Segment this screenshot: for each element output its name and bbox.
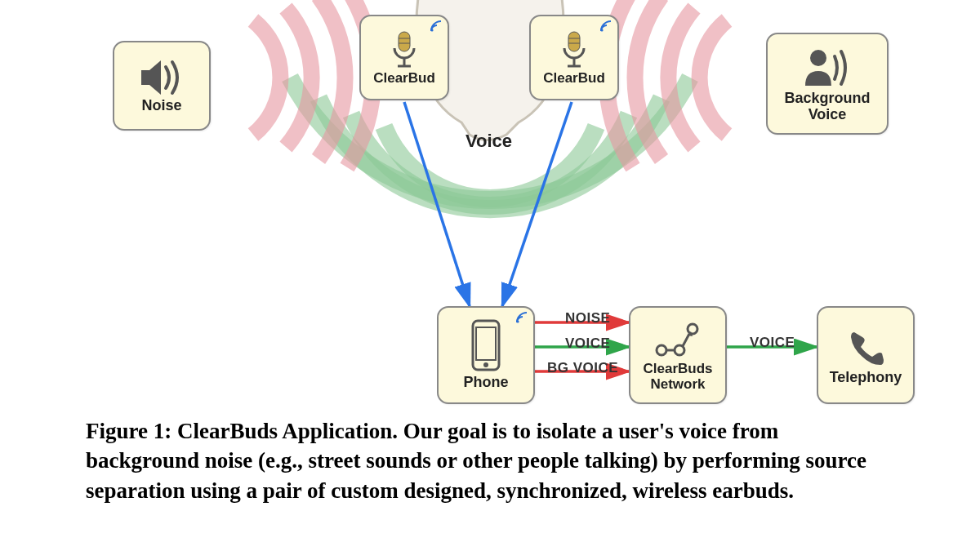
background-voice-box: Background Voice bbox=[766, 33, 889, 135]
wireless-icon bbox=[430, 20, 443, 35]
edge-noise-label: NOISE bbox=[565, 310, 610, 327]
edge-bgvoice-label: BG VOICE bbox=[547, 360, 618, 376]
arrow-clearbud-right-to-phone bbox=[502, 102, 572, 306]
svg-rect-15 bbox=[476, 327, 496, 360]
background-voice-label: Background Voice bbox=[784, 91, 870, 123]
microphone-icon bbox=[388, 29, 421, 71]
person-speaking-icon bbox=[799, 45, 856, 91]
figure-diagram: Noise ClearBud bbox=[0, 0, 980, 412]
figure-caption: Figure 1: ClearBuds Application. Our goa… bbox=[86, 416, 894, 505]
clearbud-left-box: ClearBud bbox=[359, 15, 449, 100]
svg-rect-1 bbox=[399, 32, 410, 51]
network-graph-icon bbox=[652, 318, 704, 362]
noise-box: Noise bbox=[113, 41, 211, 131]
svg-point-19 bbox=[688, 324, 697, 334]
phone-label: Phone bbox=[463, 375, 508, 391]
clearbuds-network-label: ClearBuds Network bbox=[643, 362, 712, 392]
svg-point-18 bbox=[675, 345, 684, 355]
clearbud-left-label: ClearBud bbox=[373, 71, 435, 87]
svg-point-6 bbox=[600, 29, 603, 31]
svg-point-0 bbox=[430, 29, 433, 31]
noise-arcs-right bbox=[607, 0, 727, 167]
wireless-icon bbox=[515, 311, 528, 327]
phone-box: Phone bbox=[437, 306, 535, 404]
smartphone-icon bbox=[468, 319, 504, 375]
arrow-clearbud-left-to-phone bbox=[404, 102, 470, 306]
edge-voice-label: VOICE bbox=[565, 335, 610, 352]
voice-center-label: Voice bbox=[466, 131, 512, 152]
svg-line-21 bbox=[683, 334, 689, 346]
noise-arcs-left bbox=[253, 0, 373, 167]
clearbuds-network-box: ClearBuds Network bbox=[629, 306, 727, 404]
edge-voice-out-label: VOICE bbox=[750, 335, 795, 351]
clearbud-right-label: ClearBud bbox=[543, 71, 605, 87]
svg-point-17 bbox=[657, 345, 666, 355]
phone-handset-icon bbox=[843, 324, 889, 370]
svg-rect-7 bbox=[568, 32, 580, 51]
speaker-icon bbox=[136, 57, 187, 98]
noise-label: Noise bbox=[141, 98, 181, 114]
clearbud-right-box: ClearBud bbox=[529, 15, 619, 100]
telephony-box: Telephony bbox=[817, 306, 915, 404]
svg-point-13 bbox=[516, 320, 519, 322]
telephony-label: Telephony bbox=[830, 370, 902, 386]
wireless-icon bbox=[599, 20, 612, 35]
svg-point-16 bbox=[483, 362, 488, 367]
svg-point-12 bbox=[810, 50, 826, 66]
microphone-icon bbox=[558, 29, 590, 71]
